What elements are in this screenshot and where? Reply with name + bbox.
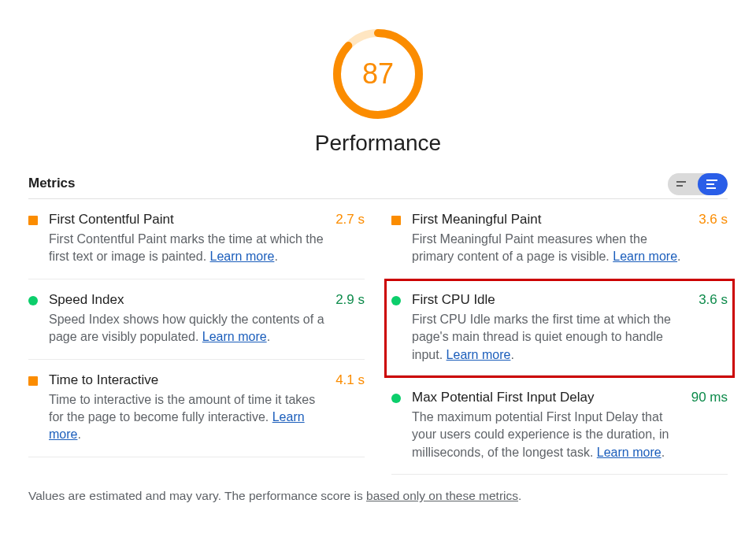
- metric-row: Max Potential First Input Delay The maxi…: [391, 377, 728, 475]
- learn-more-link[interactable]: Learn more: [210, 250, 275, 263]
- metric-desc: First Meaningful Paint measures when the…: [412, 231, 691, 266]
- svg-rect-5: [706, 183, 714, 185]
- metric-title: First Meaningful Paint: [412, 212, 691, 228]
- metric-value: 2.9 s: [328, 292, 365, 346]
- learn-more-link[interactable]: Learn more: [447, 348, 511, 361]
- metric-title: First Contentful Paint: [49, 212, 328, 228]
- metric-desc: Time to interactive is the amount of tim…: [49, 391, 328, 444]
- performance-gauge-section: 87 Performance: [28, 27, 728, 156]
- svg-rect-6: [706, 187, 716, 189]
- learn-more-link[interactable]: Learn more: [613, 250, 677, 263]
- metric-row: First Contentful Paint First Contentful …: [28, 199, 365, 279]
- metric-value: 90 ms: [684, 390, 728, 461]
- metric-title: First CPU Idle: [412, 292, 691, 308]
- metric-value: 3.6 s: [691, 292, 728, 364]
- metrics-column-left: First Contentful Paint First Contentful …: [28, 199, 365, 475]
- status-circle-icon: [391, 296, 401, 305]
- metric-row-highlighted: First CPU Idle First CPU Idle marks the …: [387, 281, 732, 376]
- metric-row: Speed Index Speed Index shows how quickl…: [28, 279, 365, 360]
- status-square-icon: [391, 216, 401, 225]
- metric-value: 2.7 s: [328, 212, 365, 266]
- metric-desc: Speed Index shows how quickly the conten…: [49, 311, 328, 346]
- metric-row: First Meaningful Paint First Meaningful …: [391, 199, 728, 279]
- metric-desc: First Contentful Paint marks the time at…: [49, 231, 328, 266]
- metric-value: 4.1 s: [328, 372, 365, 444]
- performance-label: Performance: [315, 131, 441, 156]
- footnote: Values are estimated and may vary. The p…: [28, 489, 728, 503]
- status-circle-icon: [28, 296, 38, 305]
- metric-title: Max Potential First Input Delay: [412, 390, 684, 405]
- performance-gauge: 87: [331, 27, 425, 121]
- metric-title: Time to Interactive: [49, 372, 328, 388]
- metric-title: Speed Index: [49, 292, 328, 308]
- view-expanded-button[interactable]: [698, 173, 728, 195]
- svg-rect-4: [706, 179, 717, 181]
- list-long-icon: [706, 179, 719, 189]
- svg-rect-3: [676, 185, 683, 187]
- performance-score: 87: [331, 27, 425, 121]
- metric-value: 3.6 s: [691, 212, 728, 266]
- metrics-grid: First Contentful Paint First Contentful …: [28, 199, 728, 475]
- footnote-link[interactable]: based only on these metrics: [366, 489, 518, 502]
- view-compact-button[interactable]: [668, 173, 698, 195]
- svg-rect-2: [676, 181, 686, 183]
- metric-desc: First CPU Idle marks the first time at w…: [412, 311, 691, 364]
- metric-row: Time to Interactive Time to interactive …: [28, 360, 365, 457]
- list-short-icon: [676, 180, 689, 188]
- metrics-column-right: First Meaningful Paint First Meaningful …: [391, 199, 728, 475]
- status-square-icon: [28, 376, 38, 386]
- metrics-header: Metrics: [28, 173, 728, 199]
- learn-more-link[interactable]: Learn more: [202, 330, 267, 343]
- status-circle-icon: [391, 394, 401, 403]
- metric-desc: The maximum potential First Input Delay …: [412, 409, 684, 461]
- learn-more-link[interactable]: Learn more: [597, 446, 662, 459]
- metrics-heading: Metrics: [28, 176, 668, 196]
- status-square-icon: [28, 216, 38, 225]
- view-toggle: [668, 173, 728, 195]
